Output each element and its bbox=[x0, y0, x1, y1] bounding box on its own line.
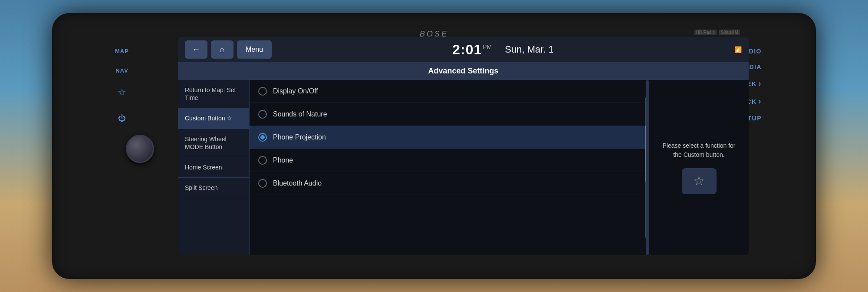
radio-display-on-off bbox=[258, 87, 267, 96]
right-panel: Please select a function for the Custom … bbox=[649, 80, 749, 255]
radio-sounds-of-nature bbox=[258, 110, 267, 119]
dash-surround: BOSE HD Radio SiriusXM MAP NAV ☆ ⏻ RADIO… bbox=[52, 13, 816, 279]
nav-button[interactable]: NAV bbox=[115, 67, 128, 74]
star-function-button[interactable]: ☆ bbox=[682, 168, 717, 194]
volume-knob[interactable] bbox=[126, 135, 154, 163]
main-screen: ← ⌂ Menu 2:01 PM Sun, Mar. 1 📶 Advanced … bbox=[178, 37, 749, 255]
option-display-on-off[interactable]: Display On/Off bbox=[250, 80, 649, 103]
back-button[interactable]: ← bbox=[185, 40, 207, 59]
scroll-track bbox=[645, 97, 647, 237]
time-section: 2:01 PM Sun, Mar. 1 bbox=[275, 42, 731, 58]
power-button[interactable]: ⏻ bbox=[118, 114, 126, 123]
radio-logos: HD Radio SiriusXM bbox=[694, 30, 740, 35]
options-list: Display On/Off Sounds of Nature Phone Pr… bbox=[250, 80, 649, 255]
home-button[interactable]: ⌂ bbox=[211, 40, 233, 59]
track-chevron: › bbox=[759, 97, 762, 106]
option-bluetooth-audio[interactable]: Bluetooth Audio bbox=[250, 172, 649, 195]
right-panel-instruction: Please select a function for the Custom … bbox=[658, 141, 740, 159]
menu-button[interactable]: Menu bbox=[237, 40, 272, 59]
scroll-thumb[interactable] bbox=[645, 126, 647, 182]
top-bar: ← ⌂ Menu 2:01 PM Sun, Mar. 1 📶 bbox=[178, 37, 749, 62]
option-phone[interactable]: Phone bbox=[250, 149, 649, 172]
date-display: Sun, Mar. 1 bbox=[505, 44, 554, 55]
radio-bluetooth-audio bbox=[258, 179, 267, 188]
sidebar-item-split-screen[interactable]: Split Screen bbox=[178, 178, 249, 198]
sidebar-item-return-to-map[interactable]: Return to Map: Set Time bbox=[178, 80, 249, 108]
sidebar-item-steering-wheel[interactable]: Steering Wheel MODE Button bbox=[178, 129, 249, 157]
page-title: Advanced Settings bbox=[178, 62, 749, 80]
seek-chevron: › bbox=[759, 79, 762, 88]
signal-icons: 📶 bbox=[734, 46, 742, 53]
left-controls: MAP NAV ☆ ⏻ bbox=[115, 48, 129, 123]
radio-phone-projection bbox=[258, 133, 267, 142]
signal-icon: 📶 bbox=[734, 46, 742, 53]
main-content: Return to Map: Set Time Custom Button ☆ … bbox=[178, 80, 749, 255]
am-pm-display: PM bbox=[483, 43, 492, 50]
option-phone-projection[interactable]: Phone Projection bbox=[250, 126, 649, 149]
star-button[interactable]: ☆ bbox=[118, 87, 126, 98]
left-sidebar: Return to Map: Set Time Custom Button ☆ … bbox=[178, 80, 250, 255]
option-sounds-of-nature[interactable]: Sounds of Nature bbox=[250, 103, 649, 126]
sidebar-item-home-screen[interactable]: Home Screen bbox=[178, 157, 249, 178]
star-icon: ☆ bbox=[694, 174, 704, 188]
sidebar-item-custom-button[interactable]: Custom Button ☆ bbox=[178, 108, 249, 129]
time-display: 2:01 bbox=[452, 42, 482, 58]
map-button[interactable]: MAP bbox=[115, 48, 129, 54]
radio-phone bbox=[258, 156, 267, 165]
